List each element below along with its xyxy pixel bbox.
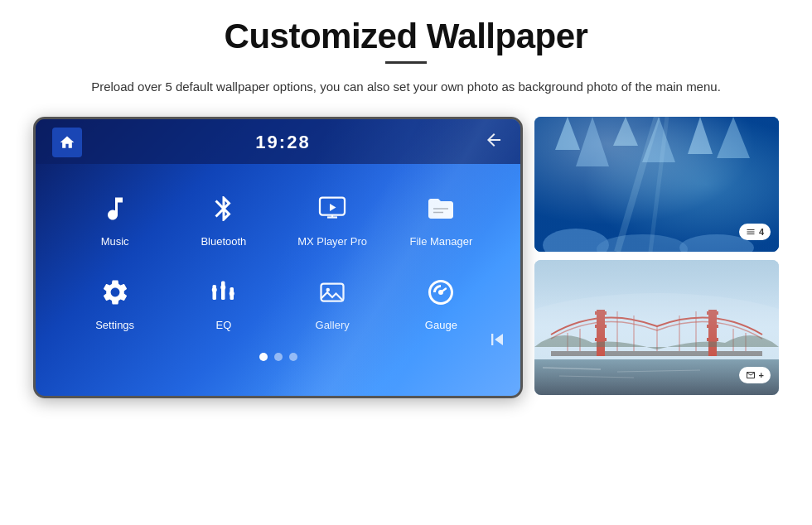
bluetooth-label: Bluetooth [201, 235, 246, 248]
gauge-icon [421, 272, 461, 312]
svg-rect-40 [708, 310, 717, 356]
gallery-label: Gallery [316, 319, 350, 331]
screen-time: 19:28 [255, 132, 310, 153]
svg-rect-43 [707, 338, 718, 341]
dot-2[interactable] [274, 353, 283, 361]
svg-rect-39 [595, 338, 607, 341]
svg-point-10 [230, 291, 234, 296]
svg-rect-42 [707, 325, 718, 328]
screen-header: 19:28 [36, 119, 520, 164]
app-mxplayer[interactable]: MX Player Pro [278, 181, 387, 256]
gallery-icon [312, 272, 352, 312]
dot-1[interactable] [259, 353, 268, 361]
apps-grid-row2: Settings [36, 264, 520, 348]
settings-icon [95, 272, 135, 312]
svg-point-8 [212, 287, 217, 292]
player-icon [312, 189, 352, 229]
ice-cave-notification: 4 [739, 224, 771, 240]
car-screen-wrapper: 19:28 [33, 117, 523, 398]
bridge-notification: + [739, 367, 771, 383]
svg-rect-36 [597, 310, 605, 356]
svg-point-12 [326, 288, 331, 292]
svg-rect-6 [221, 282, 225, 301]
page-container: Customized Wallpaper Preload over 5 defa… [0, 0, 812, 525]
thumbnail-ice-cave[interactable]: 4 [534, 117, 779, 252]
svg-rect-41 [707, 311, 718, 315]
dot-3[interactable] [289, 353, 297, 361]
filemanager-label: File Manager [409, 235, 472, 248]
app-filemanager[interactable]: File Manager [387, 181, 495, 256]
eq-icon [204, 272, 244, 312]
svg-rect-37 [595, 311, 607, 315]
gauge-label: Gauge [425, 319, 457, 331]
page-title: Customized Wallpaper [225, 17, 588, 56]
skip-button[interactable] [486, 328, 509, 356]
bluetooth-icon [204, 189, 244, 229]
car-screen: 19:28 [33, 117, 523, 398]
page-description: Preload over 5 default wallpaper options… [91, 77, 721, 97]
back-icon[interactable] [484, 130, 504, 155]
thumbnail-golden-gate[interactable]: + [534, 260, 779, 395]
app-settings[interactable]: Settings [60, 264, 169, 340]
music-icon [95, 189, 135, 229]
svg-line-32 [543, 368, 601, 369]
music-label: Music [101, 235, 129, 248]
page-dots [36, 348, 520, 369]
content-area: 19:28 [33, 117, 779, 398]
eq-label: EQ [215, 319, 231, 331]
svg-line-33 [617, 370, 700, 372]
app-music[interactable]: Music [60, 181, 169, 256]
title-underline [385, 61, 427, 64]
thumbnails-column: 4 [534, 117, 779, 395]
app-eq[interactable]: EQ [169, 264, 278, 340]
svg-rect-38 [595, 325, 607, 328]
svg-rect-35 [551, 351, 762, 356]
app-gallery[interactable]: Gallery [278, 264, 387, 340]
app-bluetooth[interactable]: Bluetooth [169, 181, 278, 256]
folder-icon [421, 189, 461, 229]
svg-point-9 [220, 285, 225, 290]
apps-grid-row1: Music Bluetooth [36, 164, 520, 264]
settings-label: Settings [95, 319, 134, 331]
app-gauge[interactable]: Gauge [387, 264, 495, 340]
mxplayer-label: MX Player Pro [297, 235, 367, 248]
home-icon[interactable] [52, 128, 82, 157]
svg-line-34 [559, 376, 634, 378]
